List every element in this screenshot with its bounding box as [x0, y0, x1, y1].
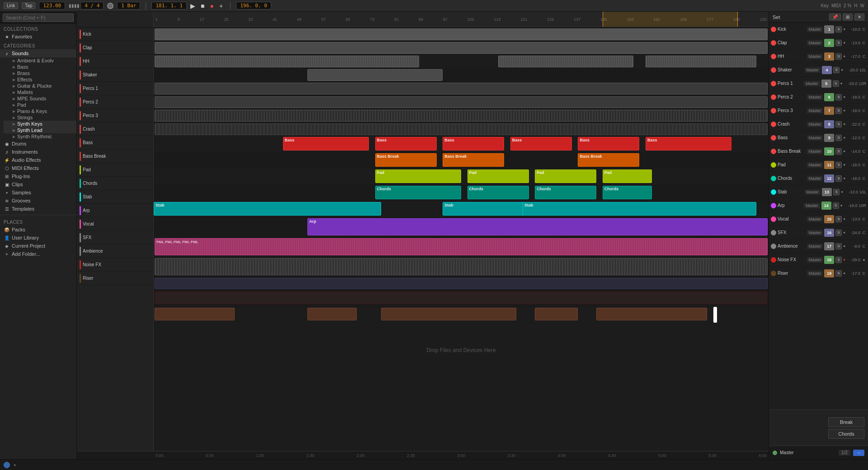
mixer-percs2-extra[interactable]: ●	[843, 95, 845, 99]
sidebar-item-clips[interactable]: ▣ Clips	[0, 180, 76, 188]
track-row-noise-fx[interactable]	[154, 291, 769, 307]
clip-chords-2[interactable]: Chords	[467, 186, 529, 199]
mixer-shaker-num[interactable]: 4	[822, 66, 832, 74]
clip-hh-2[interactable]	[498, 56, 633, 67]
mixer-vocal-num[interactable]: 15	[824, 215, 834, 223]
link-button[interactable]: Link	[4, 2, 18, 9]
sub-item-synth-keys[interactable]: ▶Synth Keys	[4, 121, 76, 127]
mixer-shaker-active[interactable]	[771, 67, 776, 73]
mixer-shaker-extra[interactable]: ●	[841, 68, 843, 72]
mixer-stab-route[interactable]: Master	[805, 189, 821, 195]
mixer-sfx-s[interactable]: S	[835, 230, 842, 236]
mixer-pad-s[interactable]: S	[835, 162, 842, 168]
clip-bass-4[interactable]: Bass	[510, 137, 572, 150]
mixer-arp-s[interactable]: S	[833, 202, 839, 209]
mixer-arp-route[interactable]: Master	[804, 203, 820, 208]
mixer-close-button[interactable]: ✕	[854, 14, 864, 20]
search-box[interactable]	[0, 12, 76, 24]
mixer-crash-active[interactable]	[771, 122, 776, 127]
sidebar-item-plugins[interactable]: ⊞ Plug-Ins	[0, 172, 76, 180]
mixer-kick-route[interactable]: Master	[807, 27, 823, 32]
mixer-percs1-active[interactable]	[771, 81, 776, 86]
sidebar-item-favorites[interactable]: ★ Favorites	[0, 33, 76, 41]
mixer-percs3-num[interactable]: 7	[824, 107, 834, 115]
track-row-percs2[interactable]	[154, 95, 769, 109]
track-row-stab[interactable]: Stab Stab Stab	[154, 201, 769, 217]
mixer-vocal-extra[interactable]: ●	[843, 217, 845, 221]
mixer-noisefx-num[interactable]: 18	[824, 256, 834, 264]
clip-chords-4[interactable]: Chords	[603, 186, 652, 199]
clip-pad-1[interactable]: Pad	[375, 169, 461, 183]
sidebar-item-drums[interactable]: ◉ Drums	[0, 140, 76, 148]
clip-chords-3[interactable]: Chords	[535, 186, 596, 199]
mixer-bassbreak-route[interactable]: Master	[807, 149, 823, 154]
play-button[interactable]: ▶	[189, 1, 197, 10]
mixer-percs1-num[interactable]: 5	[821, 80, 831, 88]
clip-percs2-1[interactable]	[155, 96, 768, 108]
mixer-sfx-num[interactable]: 16	[824, 229, 834, 237]
track-row-pad[interactable]: Pad Pad Pad Pad	[154, 169, 769, 185]
mixer-noisefx-extra[interactable]: ●	[843, 258, 845, 262]
mixer-bass-num[interactable]: 9	[824, 134, 834, 142]
mixer-bass-extra[interactable]: ●	[843, 136, 845, 140]
track-row-clap[interactable]	[154, 41, 769, 55]
clip-riser-1[interactable]	[155, 308, 235, 320]
mixer-chords-s[interactable]: S	[835, 175, 842, 182]
mixer-arp-extra[interactable]: ●	[840, 203, 843, 207]
clip-clap-1[interactable]	[155, 42, 768, 54]
mixer-hh-extra[interactable]: ●	[843, 54, 845, 58]
search-input[interactable]	[3, 14, 74, 22]
clip-riser-5[interactable]	[596, 308, 707, 320]
clip-riser-4[interactable]	[535, 308, 578, 320]
mixer-percs1-route[interactable]: Master	[804, 81, 820, 86]
mixer-hh-route[interactable]: Master	[807, 54, 823, 59]
link-indicator[interactable]	[4, 462, 10, 468]
clip-vocal-1[interactable]: PML PML PML PML PML	[155, 238, 768, 255]
clip-bass-6[interactable]: Bass	[646, 137, 731, 150]
mixer-clap-active[interactable]	[771, 40, 776, 46]
mixer-percs2-s[interactable]: S	[835, 94, 842, 100]
mixer-percs2-num[interactable]: 6	[824, 93, 834, 101]
clip-bass-3[interactable]: Bass	[443, 137, 504, 150]
mixer-stab-active[interactable]	[771, 189, 776, 195]
mixer-pad-extra[interactable]: ●	[843, 163, 845, 167]
mixer-clap-s[interactable]: S	[835, 40, 842, 46]
sub-item-brass[interactable]: ▶Brass	[4, 70, 76, 76]
mixer-percs3-route[interactable]: Master	[807, 108, 823, 113]
mixer-bass-s[interactable]: S	[835, 135, 842, 141]
mixer-shaker-s[interactable]: S	[833, 67, 840, 73]
track-row-percs1[interactable]	[154, 82, 769, 95]
mixer-kick-active[interactable]	[771, 27, 776, 32]
sidebar-item-samples[interactable]: ⚬ Samples	[0, 188, 76, 197]
clip-bass-5[interactable]: Bass	[578, 137, 639, 150]
clip-arp-1[interactable]: Arp	[307, 218, 768, 235]
clip-sfx-1[interactable]	[155, 258, 768, 275]
mixer-ambience-extra[interactable]: ●	[843, 244, 845, 248]
mixer-expand-button[interactable]: ⊞	[843, 14, 853, 20]
mixer-percs2-active[interactable]	[771, 94, 776, 100]
mixer-sfx-active[interactable]	[771, 230, 776, 235]
sidebar-item-current-project[interactable]: ◈ Current Project	[0, 242, 76, 250]
tracks-area[interactable]: Bass Bass Bass Bass	[154, 28, 769, 451]
mixer-riser-num[interactable]: 19	[824, 269, 834, 277]
mixer-vocal-active[interactable]	[771, 216, 776, 222]
clip-riser-2[interactable]	[307, 308, 357, 320]
sidebar-item-grooves[interactable]: ≋ Grooves	[0, 197, 76, 205]
mixer-riser-s[interactable]: S	[835, 270, 842, 277]
mixer-kick-s[interactable]: S	[835, 26, 842, 33]
clip-hh-3[interactable]	[646, 56, 756, 67]
mixer-chords-route[interactable]: Master	[807, 176, 823, 181]
mixer-ambience-s[interactable]: S	[835, 243, 842, 249]
mixer-bassbreak-extra[interactable]: ●	[843, 149, 845, 153]
clip-bassbreak-2[interactable]: Bass Break	[443, 153, 504, 167]
track-row-bass[interactable]: Bass Bass Bass Bass	[154, 136, 769, 152]
mixer-clap-route[interactable]: Master	[807, 40, 823, 46]
mixer-ambience-active[interactable]	[771, 244, 776, 249]
clip-pad-2[interactable]: Pad	[467, 169, 529, 183]
track-row-sfx[interactable]	[154, 257, 769, 277]
mixer-stab-s[interactable]: S	[833, 189, 840, 195]
sub-item-mallets[interactable]: ▶Mallets	[4, 89, 76, 95]
track-row-percs3[interactable]	[154, 109, 769, 122]
mixer-noisefx-route[interactable]: Master	[807, 257, 823, 263]
mixer-crash-s[interactable]: S	[835, 121, 842, 127]
